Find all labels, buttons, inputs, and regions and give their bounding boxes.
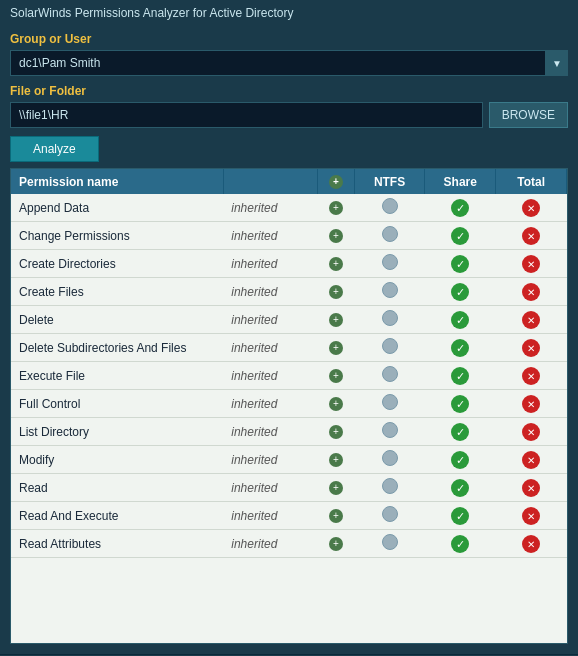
green-check-icon	[451, 255, 469, 273]
permission-inherited: inherited	[223, 502, 317, 530]
green-check-icon	[451, 339, 469, 357]
red-x-icon	[522, 395, 540, 413]
table-row: Append Datainherited+	[11, 194, 567, 222]
permission-name: Read	[11, 474, 223, 502]
permission-inherited: inherited	[223, 418, 317, 446]
permission-name: Read And Execute	[11, 502, 223, 530]
permission-name: Read Attributes	[11, 530, 223, 558]
add-icon[interactable]: +	[329, 537, 343, 551]
permission-total	[496, 474, 567, 502]
permission-share	[425, 334, 496, 362]
add-icon[interactable]: +	[329, 369, 343, 383]
green-check-icon	[451, 311, 469, 329]
analyze-button[interactable]: Analyze	[10, 136, 99, 162]
gray-circle-icon	[382, 366, 398, 382]
green-check-icon	[451, 395, 469, 413]
permissions-table-container[interactable]: Permission name + NTFS Share Total Appen…	[10, 168, 568, 644]
group-or-user-section: Group or User ▼	[10, 32, 568, 84]
add-icon[interactable]: +	[329, 397, 343, 411]
permission-add-cell[interactable]: +	[318, 250, 355, 278]
permission-share	[425, 530, 496, 558]
green-check-icon	[451, 227, 469, 245]
add-icon[interactable]: +	[329, 285, 343, 299]
gray-circle-icon	[382, 422, 398, 438]
gray-circle-icon	[382, 534, 398, 550]
group-user-dropdown-arrow[interactable]: ▼	[546, 50, 568, 76]
permission-add-cell[interactable]: +	[318, 306, 355, 334]
table-row: Change Permissionsinherited+	[11, 222, 567, 250]
permission-ntfs	[354, 502, 425, 530]
add-header-icon[interactable]: +	[329, 175, 343, 189]
add-icon[interactable]: +	[329, 509, 343, 523]
gray-circle-icon	[382, 226, 398, 242]
add-icon[interactable]: +	[329, 481, 343, 495]
permission-add-cell[interactable]: +	[318, 446, 355, 474]
title-bar: SolarWinds Permissions Analyzer for Acti…	[0, 0, 578, 26]
permission-add-cell[interactable]: +	[318, 502, 355, 530]
permission-share	[425, 502, 496, 530]
permission-name: Delete Subdirectories And Files	[11, 334, 223, 362]
permission-ntfs	[354, 194, 425, 222]
green-check-icon	[451, 451, 469, 469]
col-header-add: +	[318, 169, 355, 194]
col-header-total: Total	[496, 169, 567, 194]
green-check-icon	[451, 423, 469, 441]
add-icon[interactable]: +	[329, 453, 343, 467]
col-header-inherited	[223, 169, 317, 194]
add-icon[interactable]: +	[329, 257, 343, 271]
permission-add-cell[interactable]: +	[318, 418, 355, 446]
permission-add-cell[interactable]: +	[318, 194, 355, 222]
permission-ntfs	[354, 474, 425, 502]
permission-add-cell[interactable]: +	[318, 278, 355, 306]
add-icon[interactable]: +	[329, 229, 343, 243]
table-row: List Directoryinherited+	[11, 418, 567, 446]
group-user-input[interactable]	[10, 50, 546, 76]
permission-add-cell[interactable]: +	[318, 474, 355, 502]
red-x-icon	[522, 199, 540, 217]
permission-inherited: inherited	[223, 474, 317, 502]
red-x-icon	[522, 479, 540, 497]
permission-inherited: inherited	[223, 306, 317, 334]
add-icon[interactable]: +	[329, 201, 343, 215]
permission-name: Create Files	[11, 278, 223, 306]
table-row: Readinherited+	[11, 474, 567, 502]
gray-circle-icon	[382, 310, 398, 326]
col-header-permission: Permission name	[11, 169, 223, 194]
permission-add-cell[interactable]: +	[318, 222, 355, 250]
gray-circle-icon	[382, 394, 398, 410]
red-x-icon	[522, 283, 540, 301]
permission-name: Create Directories	[11, 250, 223, 278]
table-row: Read And Executeinherited+	[11, 502, 567, 530]
permission-add-cell[interactable]: +	[318, 362, 355, 390]
red-x-icon	[522, 227, 540, 245]
permission-total	[496, 334, 567, 362]
red-x-icon	[522, 423, 540, 441]
permission-inherited: inherited	[223, 278, 317, 306]
permission-inherited: inherited	[223, 334, 317, 362]
col-header-ntfs: NTFS	[354, 169, 425, 194]
green-check-icon	[451, 199, 469, 217]
permission-add-cell[interactable]: +	[318, 530, 355, 558]
permission-ntfs	[354, 222, 425, 250]
green-check-icon	[451, 367, 469, 385]
permission-share	[425, 194, 496, 222]
gray-circle-icon	[382, 282, 398, 298]
permission-total	[496, 390, 567, 418]
permission-total	[496, 278, 567, 306]
permission-add-cell[interactable]: +	[318, 390, 355, 418]
add-icon[interactable]: +	[329, 313, 343, 327]
red-x-icon	[522, 311, 540, 329]
add-icon[interactable]: +	[329, 425, 343, 439]
add-icon[interactable]: +	[329, 341, 343, 355]
green-check-icon	[451, 535, 469, 553]
permissions-table: Permission name + NTFS Share Total Appen…	[11, 169, 567, 558]
permission-ntfs	[354, 278, 425, 306]
permission-inherited: inherited	[223, 194, 317, 222]
permission-inherited: inherited	[223, 250, 317, 278]
file-folder-input[interactable]	[10, 102, 483, 128]
permission-total	[496, 222, 567, 250]
browse-button[interactable]: BROWSE	[489, 102, 568, 128]
gray-circle-icon	[382, 338, 398, 354]
green-check-icon	[451, 507, 469, 525]
permission-add-cell[interactable]: +	[318, 334, 355, 362]
